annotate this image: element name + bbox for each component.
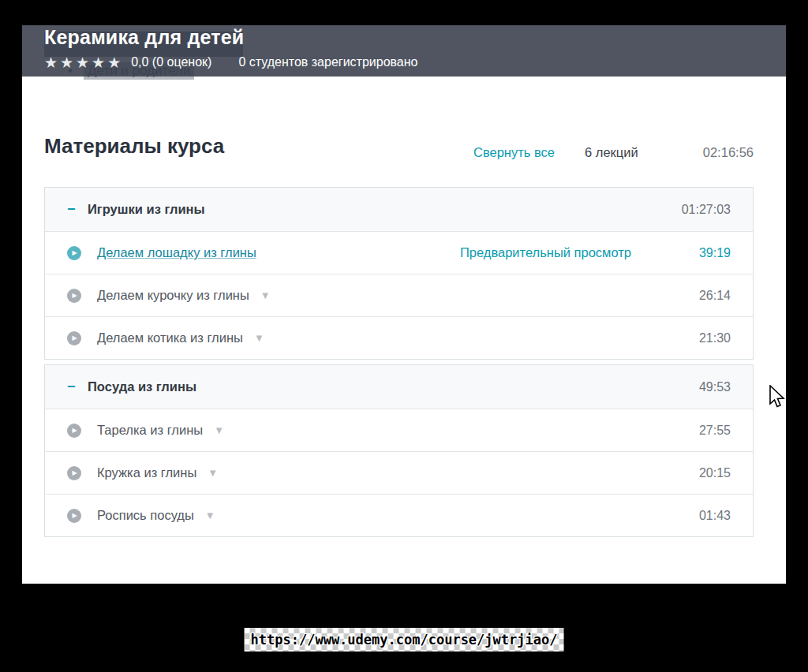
students-enrolled: 0 студентов зарегистрировано (238, 55, 417, 69)
section-duration: 49:53 (699, 380, 731, 394)
preview-link[interactable]: Предварительный просмотр (460, 245, 631, 260)
star-rating-icons: ★★★★★ (44, 55, 123, 70)
section-duration: 01:27:03 (682, 203, 731, 217)
lecture-duration: 26:14 (652, 289, 731, 303)
play-icon: ▶ (67, 424, 81, 438)
course-header-bar: Керамика для детей ★★★★★ 0,0 (0 оценок) … (22, 25, 786, 77)
lecture-title: Делаем котика из глины (97, 330, 243, 345)
play-icon: ▶ (67, 509, 81, 523)
lecture-title: Роспись посуды (97, 508, 194, 523)
mouse-cursor (769, 385, 787, 409)
lecture-row[interactable]: ▶ Делаем лошадку из глины Предварительны… (45, 231, 753, 274)
chevron-down-icon[interactable]: ▼ (208, 467, 218, 479)
section-header-dishes[interactable]: − Посуда из глины 49:53 (45, 365, 753, 409)
lecture-title: Делаем курочку из глины (97, 288, 249, 303)
course-meta-row: ★★★★★ 0,0 (0 оценок) 0 студентов зарегис… (44, 52, 417, 73)
section-title: Игрушки из глины (88, 202, 205, 217)
lecture-count: 6 лекций (585, 145, 638, 160)
section-dishes: − Посуда из глины 49:53 ▶ Тарелка из гли… (44, 364, 754, 537)
section-header-toys[interactable]: − Игрушки из глины 01:27:03 (45, 188, 753, 231)
url-text: https://www.udemy.com/course/jwtrjiao/ (251, 632, 558, 648)
lecture-row[interactable]: ▶ Делаем котика из глины ▼ 21:30 (45, 316, 753, 359)
screenshot-frame: • Дети и родители Керамика для детей ★★★… (0, 0, 808, 672)
chevron-down-icon[interactable]: ▼ (254, 332, 264, 344)
lecture-row[interactable]: ▶ Роспись посуды ▼ 01:43 (45, 494, 753, 536)
rating-value: 0,0 (0 оценок) (131, 55, 211, 69)
lecture-row[interactable]: ▶ Тарелка из глины ▼ 27:55 (45, 409, 753, 451)
lecture-duration: 39:19 (652, 246, 731, 260)
url-overlay: https://www.udemy.com/course/jwtrjiao/ (245, 628, 564, 651)
page-title: Материалы курса (44, 134, 224, 159)
lecture-row[interactable]: ▶ Делаем курочку из глины ▼ 26:14 (45, 274, 753, 316)
play-icon: ▶ (67, 466, 81, 480)
course-title: Керамика для детей (44, 26, 244, 49)
lecture-duration: 27:55 (652, 424, 731, 438)
play-icon: ▶ (67, 246, 81, 260)
collapse-minus-icon[interactable]: − (67, 201, 88, 218)
total-duration: 02:16:56 (703, 145, 754, 160)
lecture-row[interactable]: ▶ Кружка из глины ▼ 20:15 (45, 451, 753, 494)
play-icon: ▶ (67, 289, 81, 303)
section-toys: − Игрушки из глины 01:27:03 ▶ Делаем лош… (44, 187, 754, 360)
lecture-title: Кружка из глины (97, 465, 196, 480)
udemy-course-page: • Дети и родители Керамика для детей ★★★… (22, 25, 786, 584)
lecture-duration: 20:15 (652, 466, 731, 480)
chevron-down-icon[interactable]: ▼ (205, 510, 215, 521)
play-icon: ▶ (67, 331, 81, 345)
lecture-duration: 01:43 (652, 509, 731, 523)
section-title: Посуда из глины (88, 379, 196, 394)
lecture-title: Тарелка из глины (97, 423, 203, 438)
lecture-title-link[interactable]: Делаем лошадку из глины (97, 245, 256, 260)
collapse-minus-icon[interactable]: − (67, 379, 88, 395)
lecture-duration: 21:30 (652, 331, 731, 345)
chevron-down-icon[interactable]: ▼ (214, 424, 224, 436)
collapse-all-link[interactable]: Свернуть все (473, 145, 555, 160)
chevron-down-icon[interactable]: ▼ (260, 289, 271, 301)
